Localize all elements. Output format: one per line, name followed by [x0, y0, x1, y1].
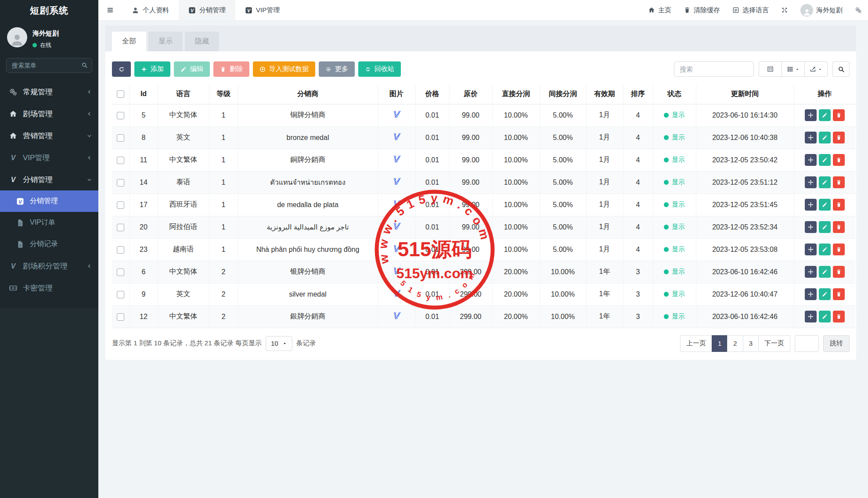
delete-row-button[interactable]: [833, 199, 845, 211]
export-button[interactable]: [804, 61, 828, 77]
move-icon: [808, 112, 814, 118]
delete-row-button[interactable]: [833, 109, 845, 121]
sidebar-menu-item[interactable]: 分销管理: [0, 168, 98, 190]
edit-row-button[interactable]: [819, 199, 831, 211]
drag-sort-button[interactable]: [805, 176, 817, 188]
status-dot-icon: [664, 292, 669, 297]
page-button[interactable]: 2: [727, 335, 743, 352]
drag-sort-button[interactable]: [805, 132, 817, 143]
navbar-right-item[interactable]: [849, 0, 868, 20]
page-button[interactable]: 3: [743, 335, 759, 352]
sidebar-menu-item[interactable]: 分销管理: [0, 190, 98, 212]
drag-sort-button[interactable]: [805, 311, 817, 322]
page-button[interactable]: 1: [712, 335, 728, 352]
row-select-cell: [112, 126, 130, 149]
edit-row-button[interactable]: [819, 288, 831, 300]
sidebar-menu-item[interactable]: VIP管理: [0, 147, 98, 168]
toolbar-button[interactable]: [112, 61, 131, 77]
delete-row-button[interactable]: [833, 288, 845, 300]
toolbar-button[interactable]: 添加: [134, 61, 170, 77]
row-checkbox[interactable]: [117, 201, 124, 209]
sidebar-menu-item[interactable]: 剧场积分管理: [0, 255, 98, 277]
navbar-right-item[interactable]: 主页: [642, 0, 677, 20]
delete-row-button[interactable]: [833, 311, 845, 322]
delete-row-button[interactable]: [833, 244, 845, 255]
navbar-right-item[interactable]: 选择语言: [726, 0, 775, 20]
row-actions: [805, 221, 845, 233]
delete-row-button[interactable]: [833, 132, 845, 143]
filter-tab[interactable]: 全部: [112, 32, 146, 51]
delete-row-button[interactable]: [833, 176, 845, 188]
drag-sort-button[interactable]: [805, 266, 817, 278]
drag-sort-button[interactable]: [805, 199, 817, 211]
filter-tab[interactable]: 显示: [148, 32, 183, 51]
search-toggle-button[interactable]: [832, 61, 850, 77]
row-checkbox[interactable]: [117, 224, 124, 231]
status-badge[interactable]: 显示: [664, 223, 685, 231]
navbar-tab[interactable]: 分销管理: [179, 0, 235, 20]
row-checkbox[interactable]: [117, 313, 124, 321]
drag-sort-button[interactable]: [805, 109, 817, 121]
sidebar-menu-item[interactable]: 卡密管理: [0, 277, 98, 299]
toolbar-button[interactable]: 回收站: [358, 61, 401, 77]
row-checkbox[interactable]: [117, 112, 124, 119]
drag-sort-button[interactable]: [805, 154, 817, 166]
navbar-right-item[interactable]: 海外短剧: [794, 0, 849, 20]
table-row: 20 阿拉伯语 1 تاجر موزع الميدالية البرونزية …: [112, 216, 855, 238]
jump-page-input[interactable]: [795, 335, 819, 352]
delete-row-button[interactable]: [833, 266, 845, 278]
edit-row-button[interactable]: [819, 132, 831, 143]
jump-button[interactable]: 跳转: [823, 335, 850, 352]
sidebar-menu-item[interactable]: 营销管理: [0, 125, 98, 147]
row-checkbox[interactable]: [117, 134, 124, 142]
table-search-input[interactable]: [674, 61, 754, 77]
status-badge[interactable]: 显示: [664, 312, 685, 321]
page-size-select[interactable]: 10: [266, 336, 292, 351]
status-badge[interactable]: 显示: [664, 245, 685, 254]
filter-tab[interactable]: 隐藏: [185, 32, 219, 51]
detail-view-button[interactable]: [759, 61, 782, 77]
status-badge[interactable]: 显示: [664, 178, 685, 186]
toolbar-button[interactable]: 更多: [319, 61, 355, 77]
drag-sort-button[interactable]: [805, 288, 817, 300]
toolbar-button[interactable]: 删除: [213, 61, 249, 77]
row-checkbox[interactable]: [117, 179, 124, 186]
row-checkbox[interactable]: [117, 291, 124, 298]
drag-sort-button[interactable]: [805, 221, 817, 233]
row-checkbox[interactable]: [117, 157, 124, 164]
delete-row-button[interactable]: [833, 154, 845, 166]
status-badge[interactable]: 显示: [664, 111, 685, 119]
sidebar-menu-item[interactable]: VIP订单: [0, 212, 98, 233]
status-badge[interactable]: 显示: [664, 201, 685, 209]
status-badge[interactable]: 显示: [664, 290, 685, 298]
navbar-right-item[interactable]: 清除缓存: [677, 0, 726, 20]
status-badge[interactable]: 显示: [664, 156, 685, 164]
sidebar-menu-item[interactable]: 剧场管理: [0, 103, 98, 125]
edit-row-button[interactable]: [819, 176, 831, 188]
navbar-tab[interactable]: 个人资料: [122, 0, 179, 20]
sidebar-menu-item[interactable]: 常规管理: [0, 81, 98, 103]
edit-row-button[interactable]: [819, 154, 831, 166]
edit-row-button[interactable]: [819, 221, 831, 233]
edit-row-button[interactable]: [819, 244, 831, 255]
toolbar-button[interactable]: 编辑: [174, 61, 210, 77]
sidebar-toggle-button[interactable]: [98, 0, 122, 20]
drag-sort-button[interactable]: [805, 244, 817, 255]
sidebar-menu-item[interactable]: 分销记录: [0, 233, 98, 255]
page-button[interactable]: 下一页: [758, 335, 790, 352]
sidebar-search-input[interactable]: [6, 58, 92, 73]
status-badge[interactable]: 显示: [664, 268, 685, 276]
status-badge[interactable]: 显示: [664, 133, 685, 142]
row-checkbox[interactable]: [117, 246, 124, 254]
row-checkbox[interactable]: [117, 269, 124, 276]
navbar-tab[interactable]: VIP管理: [235, 0, 289, 20]
edit-row-button[interactable]: [819, 266, 831, 278]
select-all-checkbox[interactable]: [117, 90, 124, 98]
edit-row-button[interactable]: [819, 311, 831, 322]
navbar-right-item[interactable]: [775, 0, 794, 20]
edit-row-button[interactable]: [819, 109, 831, 121]
columns-button[interactable]: [782, 61, 805, 77]
page-button[interactable]: 上一页: [680, 335, 712, 352]
toolbar-button[interactable]: 导入测试数据: [253, 61, 315, 77]
delete-row-button[interactable]: [833, 221, 845, 233]
